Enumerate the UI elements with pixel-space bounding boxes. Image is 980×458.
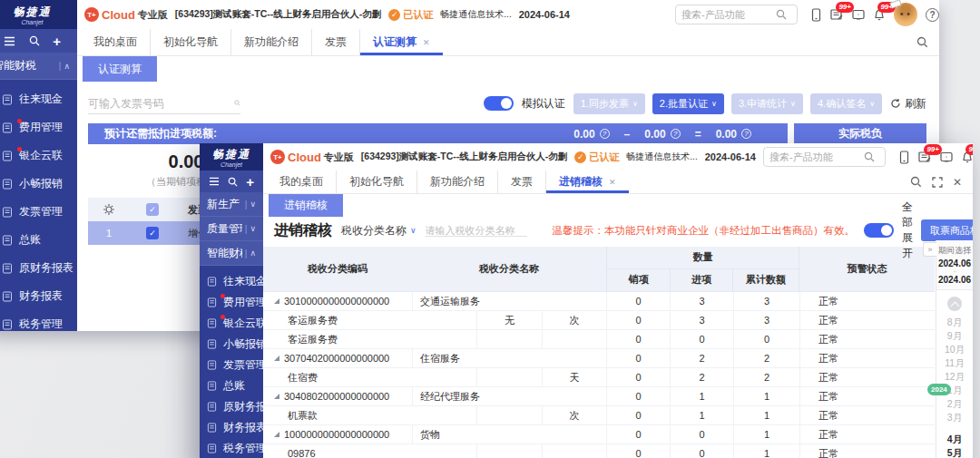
help-tooltip-icon[interactable]: ? — [600, 129, 610, 139]
sidebar-item[interactable]: 往来现金 — [200, 271, 263, 292]
month-item[interactable]: 2024 9月 — [936, 329, 973, 342]
step-button[interactable]: 3.申请统计 ∨ — [731, 93, 803, 114]
sidebar-item[interactable]: 往来现金 — [0, 85, 77, 113]
expand-all-toggle[interactable] — [864, 223, 894, 238]
table-row[interactable]: 3040802000000000000 经纪代理服务 0 1 1 正常 — [263, 387, 935, 406]
message-icon[interactable] — [852, 9, 865, 21]
month-item[interactable]: 2024 10月 — [936, 343, 973, 356]
month-item[interactable]: 2024 12月 — [936, 370, 973, 383]
tab[interactable]: 进销稽核 ✕ — [545, 171, 629, 193]
search-icon[interactable] — [916, 36, 928, 48]
invoice-number-input[interactable] — [88, 97, 229, 110]
device-icon[interactable] — [898, 151, 910, 164]
add-icon[interactable]: + — [246, 175, 254, 189]
table-row[interactable]: 3010000000000000000 交通运输服务 0 3 3 正常 — [263, 292, 935, 311]
close-tab-icon[interactable]: ✕ — [609, 178, 616, 187]
sidebar-item[interactable]: 银企云联 — [200, 313, 263, 334]
step-button[interactable]: 4.确认签名 ∨ — [810, 93, 882, 114]
filter-field-select[interactable]: 税收分类名称 ∨ — [341, 223, 416, 239]
close-icon[interactable]: ✕ — [953, 177, 962, 188]
month-item[interactable]: 2024 11月 — [936, 356, 973, 369]
month-item[interactable]: 2024 3月 — [936, 411, 973, 424]
sidebar-item[interactable]: 费用管理 — [0, 113, 77, 141]
month-item[interactable]: 2024 5月 — [936, 446, 973, 458]
tab[interactable]: 新功能介绍 ✕ — [230, 29, 311, 55]
collapse-menu-icon[interactable] — [4, 36, 15, 46]
message-icon[interactable] — [940, 151, 953, 163]
tab[interactable]: 我的桌面 ✕ — [81, 29, 150, 55]
period-to[interactable]: 2024.06 — [936, 275, 973, 285]
settings-gear-icon[interactable] — [103, 203, 115, 216]
bell-icon[interactable]: 99+ — [961, 151, 973, 163]
select-all-checkbox[interactable]: ✓ — [146, 203, 159, 216]
refresh-button[interactable]: 刷新 — [890, 96, 926, 112]
row-checkbox[interactable]: ✓ — [146, 227, 159, 239]
month-item[interactable]: 2024 2月 — [936, 397, 973, 410]
expand-triangle-icon[interactable] — [274, 432, 279, 437]
user-avatar[interactable] — [894, 3, 917, 26]
search-icon[interactable] — [228, 177, 238, 187]
product-search-input[interactable] — [681, 9, 772, 20]
sidebar-item[interactable]: 税务管理 — [200, 438, 263, 458]
tab[interactable]: 发票 ✕ — [311, 29, 359, 55]
month-item[interactable]: 2024 1月 — [936, 384, 973, 396]
sidebar-group[interactable]: 智能财税 | ∧ — [200, 241, 263, 266]
sidebar-group-smart-finance[interactable]: 智能财税 | ∧ — [0, 53, 77, 80]
sidebar-item[interactable]: 银企云联 — [0, 141, 77, 170]
tab[interactable]: 我的桌面 ✕ — [267, 171, 336, 193]
simulate-cert-toggle[interactable] — [484, 96, 514, 111]
add-icon[interactable]: + — [53, 34, 61, 48]
table-row[interactable]: 客运服务费 无 次 0 3 3 正常 — [263, 311, 935, 330]
search-icon[interactable] — [910, 176, 922, 188]
collapse-menu-icon[interactable] — [209, 177, 220, 186]
tab[interactable]: 认证测算 ✕ — [359, 29, 443, 55]
sidebar-item[interactable]: 税务管理 — [0, 310, 77, 331]
help-tooltip-icon[interactable]: ? — [671, 129, 681, 139]
month-item[interactable]: 2024 4月 — [936, 433, 973, 445]
table-row[interactable]: 1000000000000000000 货物 0 0 1 正常 — [263, 425, 935, 444]
table-row[interactable]: 机票款 次 0 1 1 正常 — [263, 406, 935, 425]
sidebar-item[interactable]: 费用管理 — [200, 292, 263, 313]
bell-icon[interactable]: 99+ — [873, 8, 886, 21]
step-button[interactable]: 1.同步发票 ∨ — [573, 93, 645, 114]
scroll-up-icon[interactable] — [947, 297, 962, 311]
expand-triangle-icon[interactable] — [274, 394, 279, 399]
sidebar-item[interactable]: 总账 — [200, 375, 263, 396]
expand-triangle-icon[interactable] — [274, 298, 279, 304]
close-tab-icon[interactable]: ✕ — [423, 38, 430, 47]
device-icon[interactable] — [810, 8, 822, 22]
sidebar-group[interactable]: 新生产 | ∨ — [200, 192, 263, 217]
help-tooltip-icon[interactable]: ? — [741, 129, 751, 139]
subtab-chip[interactable]: 认证测算 — [83, 56, 157, 82]
expand-triangle-icon[interactable] — [274, 356, 279, 361]
invoice-number-search[interactable] — [88, 93, 240, 114]
sidebar-item[interactable]: 小畅报销 — [200, 334, 263, 355]
fullscreen-icon[interactable] — [932, 177, 943, 188]
product-search[interactable] — [675, 5, 798, 24]
tab[interactable]: 初始化导航 ✕ — [336, 171, 416, 193]
sidebar-item[interactable]: 原财务报表 — [0, 254, 77, 282]
tab[interactable]: 新功能介绍 ✕ — [416, 171, 497, 193]
filter-input[interactable] — [426, 225, 527, 237]
sidebar-item[interactable]: 发票管理 — [0, 198, 77, 226]
table-row[interactable]: 客运服务费 0 0 0 正常 — [263, 330, 935, 349]
product-search-input[interactable] — [769, 151, 860, 162]
report-icon[interactable]: 99+ — [918, 151, 932, 163]
help-icon[interactable]: ? — [926, 8, 939, 22]
step-button[interactable]: 2.批量认证 ∨ — [652, 93, 724, 114]
tab[interactable]: 初始化导航 ✕ — [150, 29, 230, 55]
panel-expand-icon[interactable]: » — [923, 242, 936, 257]
sidebar-group[interactable]: 质量管理 | ∨ — [200, 217, 263, 241]
search-icon[interactable] — [29, 35, 40, 46]
table-row[interactable]: 3070402000000000000 住宿服务 0 2 2 正常 — [263, 349, 935, 368]
table-row[interactable]: 住宿费 天 0 2 2 正常 — [263, 368, 935, 387]
month-item[interactable]: 2024 8月 — [936, 316, 973, 328]
sidebar-item[interactable]: 财务报表 — [0, 282, 77, 310]
table-row[interactable]: 09876 0 0 1 正常 — [263, 444, 935, 458]
sidebar-item[interactable]: 总账 — [0, 226, 77, 254]
report-icon[interactable]: 99+ — [830, 8, 844, 21]
fetch-goods-archive-button[interactable]: 取票商品档案 — [921, 219, 973, 241]
sidebar-item[interactable]: 小畅报销 — [0, 170, 77, 198]
sidebar-item[interactable]: 原财务报表 — [200, 396, 263, 417]
sidebar-item[interactable]: 发票管理 — [200, 355, 263, 375]
